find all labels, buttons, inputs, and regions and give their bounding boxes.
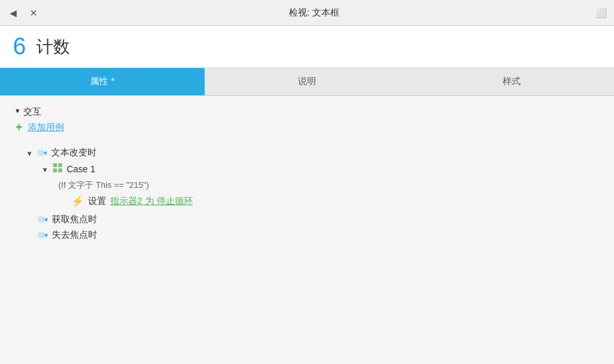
svg-rect-3	[58, 163, 62, 167]
titlebar-left-icons: ◀ ✕	[6, 6, 40, 19]
action-text-prefix: 设置	[88, 196, 106, 207]
chevron-case1-icon: ▼	[41, 166, 49, 174]
focus-lose-label: 失去焦点时	[52, 229, 97, 241]
chevron-expand-icon: ▼	[26, 150, 33, 157]
event-icon-focus-lose	[38, 230, 48, 240]
plus-icon: +	[16, 120, 23, 134]
page-header: 6 计数	[0, 26, 614, 68]
tree-item-text-change: ▼ 文本改变时	[13, 147, 601, 159]
action-link[interactable]: 指示器2 为 停止循环	[110, 196, 193, 207]
case1-condition: (If 文字于 This == "215")	[58, 180, 149, 190]
lightning-icon: ⚡	[71, 195, 84, 207]
tree-item-case1: ▼ Case 1	[13, 163, 601, 175]
close-button[interactable]: ✕	[27, 6, 40, 19]
add-usecase-link[interactable]: 添加用例	[28, 122, 64, 133]
tab-properties-asterisk: *	[111, 76, 114, 86]
titlebar: ◀ ✕ 检视: 文本框 ⬜	[0, 0, 614, 26]
page-number: 6	[13, 35, 26, 58]
back-button[interactable]: ◀	[6, 6, 19, 19]
svg-rect-4	[53, 168, 57, 172]
expand-icon[interactable]: ⬜	[595, 6, 608, 19]
tab-style-label: 样式	[503, 76, 521, 86]
event-icon-text-change	[37, 148, 47, 158]
text-change-label: 文本改变时	[51, 147, 97, 159]
titlebar-right: ⬜	[588, 6, 608, 19]
tab-properties-label: 属性	[90, 76, 108, 86]
svg-rect-2	[53, 163, 57, 167]
focus-get-label: 获取焦点时	[52, 214, 97, 225]
svg-rect-0	[38, 150, 44, 155]
chevron-down-icon: ▾	[16, 106, 19, 115]
add-usecase-row: + 添加用例	[16, 120, 601, 134]
page-title: 计数	[36, 36, 70, 58]
main-content: ▾ 交互 + 添加用例 ▼ 文本改变时 ▼ Case 1	[0, 96, 614, 364]
titlebar-title: 检视: 文本框	[289, 7, 339, 19]
tabs-bar: 属性* 说明 样式	[0, 68, 614, 96]
section-interaction: ▾ 交互	[13, 106, 601, 118]
section-interaction-label: 交互	[23, 106, 41, 118]
svg-rect-8	[38, 233, 45, 238]
tree-item-focus-lose: 失去焦点时	[13, 229, 601, 241]
svg-rect-6	[38, 217, 45, 222]
action-row: ⚡ 设置 指示器2 为 停止循环	[13, 195, 601, 207]
case-icon	[52, 163, 63, 175]
tab-description[interactable]: 说明	[205, 68, 409, 95]
case1-condition-row: (If 文字于 This == "215")	[13, 179, 601, 191]
tab-description-label: 说明	[298, 76, 316, 86]
svg-rect-5	[58, 168, 62, 172]
event-icon-focus-get	[38, 214, 48, 225]
tab-properties[interactable]: 属性*	[0, 68, 205, 95]
tab-style[interactable]: 样式	[409, 68, 614, 95]
case1-label: Case 1	[67, 164, 95, 174]
tree-item-focus-get: 获取焦点时	[13, 214, 601, 225]
